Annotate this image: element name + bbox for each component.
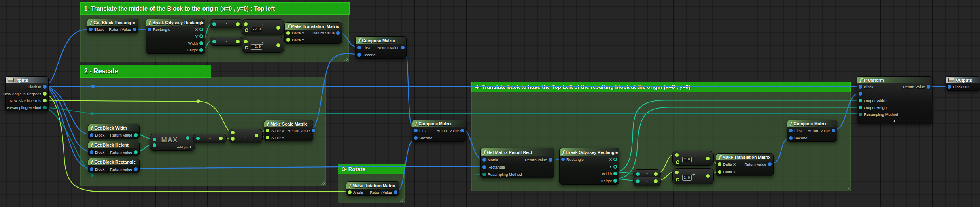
collapse-arrow-icon[interactable]: ▲ — [893, 120, 896, 123]
node-divide-scale[interactable]: ÷ — [229, 129, 263, 143]
node-break-odyssey-rectangle-1[interactable]: ƒBreak Odyssey Rectangle RectangleX Y Wi… — [146, 19, 205, 54]
pin-in[interactable] — [212, 22, 216, 26]
pin-out[interactable] — [276, 26, 280, 30]
node-inputs[interactable]: Inputs Block In New Angle in Degrees New… — [5, 76, 49, 111]
pin-dividend[interactable] — [244, 40, 248, 43]
pin-height[interactable] — [613, 179, 617, 183]
pin-out[interactable] — [236, 40, 240, 43]
pin-second[interactable] — [357, 53, 361, 57]
node-compose-matrix-1[interactable]: ƒCompose Matrix FirstReturn Value Second — [355, 36, 407, 59]
pin-divisor[interactable] — [245, 46, 248, 49]
pin-scale-y[interactable] — [266, 136, 269, 139]
pin-resampling-method[interactable] — [859, 113, 862, 116]
pin-return-value[interactable] — [312, 129, 315, 132]
pin-in[interactable] — [636, 179, 640, 183]
pin-in[interactable] — [636, 172, 640, 176]
pin-block-in[interactable] — [43, 85, 47, 89]
node-max[interactable]: MAX Add pin+ — [150, 134, 195, 151]
pin-block[interactable] — [90, 150, 93, 154]
pin-out[interactable] — [654, 172, 658, 176]
pin-out[interactable] — [236, 22, 240, 26]
pin-return-value[interactable] — [549, 158, 552, 162]
pin-out[interactable] — [706, 174, 710, 178]
node-make-rotation-matrix[interactable]: ƒMake Rotation Matrix AngleReturn Value — [346, 181, 399, 196]
pin-x[interactable] — [199, 28, 203, 31]
pin-in[interactable] — [196, 137, 200, 140]
pin-first[interactable] — [357, 46, 361, 49]
divisor-value-input[interactable]: 2.0 — [682, 157, 692, 162]
pin-return-value[interactable] — [394, 190, 397, 194]
node-divide-2[interactable]: -2.0 ÷ — [242, 37, 284, 53]
pin-rectangle[interactable] — [561, 158, 565, 161]
node-compose-matrix-2[interactable]: ƒCompose Matrix FirstReturn Value Second — [412, 120, 466, 142]
node-divide-3[interactable]: 2.0 ÷ — [672, 151, 714, 166]
pin-out[interactable] — [255, 134, 258, 137]
pin-return-value[interactable] — [134, 133, 138, 137]
pin-y[interactable] — [613, 165, 617, 169]
pin-second[interactable] — [414, 136, 418, 140]
node-int-to-float-2[interactable]: • — [210, 37, 244, 46]
pin-scale-x[interactable] — [266, 129, 269, 132]
pin-return-value[interactable] — [832, 129, 835, 132]
pin-width[interactable] — [613, 172, 617, 175]
pin-dividend[interactable] — [675, 171, 679, 174]
pin-new-angle-in-degrees[interactable] — [43, 92, 47, 96]
node-int-to-float-3[interactable]: • — [193, 134, 227, 143]
pin-output-width[interactable] — [859, 99, 862, 102]
pin-divisor[interactable] — [676, 178, 679, 181]
node-outputs[interactable]: Outputs Block Out — [946, 76, 980, 91]
pin-angle[interactable] — [348, 190, 352, 194]
pin-block-out[interactable] — [948, 85, 951, 89]
pin-return-value[interactable] — [133, 28, 136, 31]
pin-return-value[interactable] — [134, 167, 138, 171]
pin-return-value[interactable] — [401, 46, 405, 49]
pin-delta-x[interactable] — [718, 162, 721, 166]
pin-return-value[interactable] — [927, 85, 930, 89]
node-get-block-rectangle-2[interactable]: ƒGet Block Rectangle BlockReturn Value — [88, 158, 140, 173]
pin-output-height[interactable] — [859, 106, 862, 109]
pin-delta-x[interactable] — [286, 31, 290, 35]
pin-first[interactable] — [789, 129, 793, 132]
pin-block[interactable] — [89, 28, 93, 31]
node-int-to-float-5[interactable]: • — [633, 177, 661, 186]
pin-return-value[interactable] — [134, 150, 138, 154]
pin-dividend[interactable] — [244, 22, 248, 26]
pin-matrix[interactable] — [482, 158, 486, 162]
pin-first[interactable] — [414, 129, 418, 132]
pin-divisor[interactable] — [245, 28, 248, 32]
pin-out[interactable] — [276, 43, 280, 47]
blueprint-canvas[interactable]: 1- Translate the middle of the Block to … — [0, 0, 980, 207]
pin-divisor[interactable] — [231, 137, 235, 141]
pin-out[interactable] — [706, 157, 710, 160]
pin-dividend[interactable] — [231, 131, 235, 134]
pin-out[interactable] — [219, 137, 223, 140]
pin-height[interactable] — [199, 48, 203, 52]
pin-new-size-in-pixels[interactable] — [43, 99, 47, 102]
pin-block[interactable] — [859, 85, 862, 89]
pin-in[interactable] — [212, 40, 216, 43]
divisor-value-input[interactable]: 2.0 — [682, 175, 692, 181]
node-transform[interactable]: ƒTransform BlockReturn Value Output Widt… — [857, 76, 932, 124]
pin-resampling-method[interactable] — [482, 173, 486, 176]
pin-transform[interactable] — [859, 92, 862, 96]
node-compose-matrix-3[interactable]: ƒCompose Matrix FirstReturn Value Second — [787, 120, 837, 142]
node-break-odyssey-rectangle-2[interactable]: ƒBreak Odyssey Rectangle RectangleX Y Wi… — [559, 148, 619, 185]
pin-out[interactable] — [654, 179, 658, 183]
add-pin-button[interactable]: Add pin+ — [177, 145, 191, 149]
node-get-block-height[interactable]: ƒGet Block Height BlockReturn Value — [88, 141, 140, 156]
pin-delta-y[interactable] — [286, 38, 290, 42]
pin-second[interactable] — [789, 136, 793, 140]
pin-return-value[interactable] — [460, 129, 464, 132]
node-make-translation-matrix-2[interactable]: ƒMake Translation Matrix Delta XReturn V… — [716, 153, 774, 176]
pin-block[interactable] — [90, 167, 93, 171]
pin-rectangle[interactable] — [148, 28, 151, 31]
pin-divisor[interactable] — [676, 160, 679, 164]
node-divide-4[interactable]: 2.0 ÷ — [672, 168, 714, 184]
node-divide-1[interactable]: -2.0 ÷ — [242, 19, 284, 35]
pin-return-value[interactable] — [336, 31, 340, 35]
pin-block[interactable] — [90, 133, 93, 137]
node-int-to-float-1[interactable]: • — [210, 19, 244, 28]
pin-rectangle[interactable] — [482, 165, 486, 169]
pin-x[interactable] — [613, 158, 617, 161]
pin-dividend[interactable] — [675, 153, 679, 157]
